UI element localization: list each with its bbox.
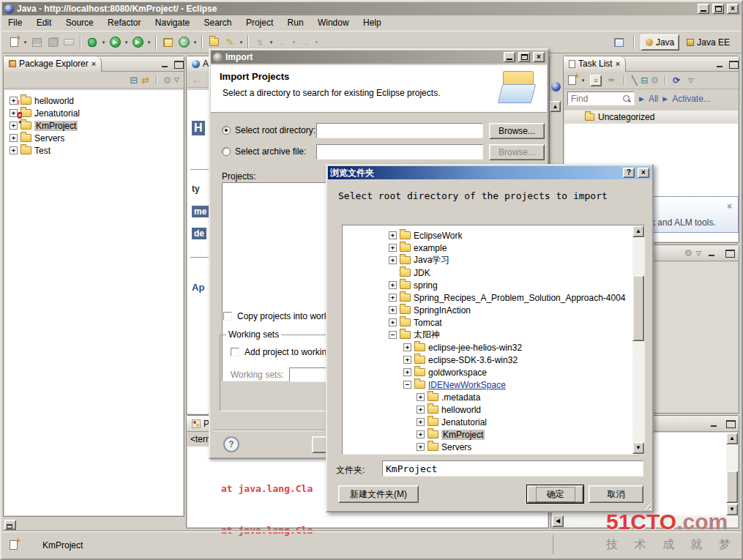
copy-projects-checkbox[interactable] [223,312,232,321]
package-explorer-tab[interactable]: Package Explorer × [4,56,102,72]
back-icon[interactable]: ← [275,34,291,50]
select-root-directory-radio[interactable] [222,126,231,135]
open-type-icon[interactable] [206,34,222,50]
scrollbar-thumb[interactable] [726,471,738,503]
activate-link[interactable]: Activate... [672,94,711,104]
maximize-button[interactable] [712,4,724,14]
folder-item-tomcat[interactable]: +Tomcat [343,316,644,329]
root-directory-input[interactable] [316,123,483,138]
new-wizard-icon[interactable] [6,34,22,50]
menu-navigate[interactable]: Navigate [149,16,195,29]
save-all-icon[interactable] [45,34,61,50]
close-button[interactable]: × [727,4,739,14]
forward-dropdown-icon[interactable]: ▾ [313,40,320,45]
tree-item-jenatutorial[interactable]: + × Jenatutorial [10,107,183,119]
menu-window[interactable]: Window [312,16,355,29]
folder-item-jenatutorial[interactable]: +Jenatutorial [343,416,644,428]
cancel-button[interactable]: 取消 [589,485,643,503]
folder-item-taiyangshen[interactable]: −太阳神 [343,329,644,341]
tree-item-kmproject[interactable]: + ● KmProject [10,119,183,132]
folder-item-springinaction[interactable]: +SpringInAction [343,304,644,316]
focus-icon[interactable]: ╲ [632,75,637,86]
categorized-view-icon[interactable]: ≡ [590,75,602,86]
view-filter-icon[interactable] [164,77,171,83]
archive-file-input[interactable] [316,144,483,160]
resize-grip[interactable] [642,501,651,509]
folder-item-kmproject-selected[interactable]: +KmProject [343,428,644,441]
folder-name-input[interactable] [382,460,643,477]
search-dropdown-icon[interactable]: ▾ [238,40,244,45]
collapse-all-icon[interactable]: ⊟ [130,75,138,86]
scroll-up-icon[interactable]: ▲ [550,101,561,112]
link-editor-icon[interactable]: ⇄ [141,75,149,86]
select-archive-file-radio[interactable] [222,147,231,156]
minimize-button[interactable] [698,4,709,14]
all-link[interactable]: All [649,94,658,104]
outline-maximize-icon[interactable] [725,250,735,258]
folder-item-idenewworkspace[interactable]: −IDENewWorkSpace [343,378,644,391]
folder-item-eclipse-sdk[interactable]: +eclipse-SDK-3.6-win32 [343,354,644,366]
folder-item-eclipse-jee[interactable]: +eclipse-jee-helios-win32 [343,341,644,354]
task-list-tab[interactable]: Task List × [564,56,626,72]
minimize-view-icon[interactable] [162,60,171,68]
console-maximize-icon[interactable] [726,420,736,428]
run-dropdown-icon[interactable]: ▾ [123,40,130,45]
new-java-project-icon[interactable] [160,34,176,50]
last-edit-icon[interactable]: ↯ [252,34,268,50]
menu-project[interactable]: Project [240,16,279,29]
annotation-dropdown-icon[interactable]: ▾ [268,40,275,45]
new-class-dropdown-icon[interactable]: ▾ [192,40,198,45]
new-class-icon[interactable]: C [176,34,192,50]
folder-item-helloworld[interactable]: +helloworld [343,403,644,416]
browse-help-button[interactable]: ? [623,168,635,178]
external-dropdown-icon[interactable]: ▾ [146,40,152,45]
back-dropdown-icon[interactable]: ▾ [291,40,297,45]
run-icon[interactable]: ▶ [107,34,123,50]
folder-tree-scrollbar[interactable]: ▲ ▼ [632,225,644,454]
task-list-maximize-icon[interactable] [729,61,739,69]
synchronize-icon[interactable]: ⟳ [673,75,680,86]
folder-item-jdk[interactable]: JDK [343,266,644,279]
view-menu-icon[interactable]: ▽ [174,76,179,83]
tree-item-helloworld[interactable]: + ! helloworld [10,94,183,107]
folder-item-goldworkspace[interactable]: +goldworkspace [343,366,644,378]
scroll-up-icon[interactable]: ▲ [726,433,738,444]
scroll-left-icon[interactable]: ◀ [552,515,564,527]
import-minimize-button[interactable] [504,52,515,62]
maximize-view-icon[interactable] [174,61,184,69]
help-button[interactable]: ? [223,436,239,452]
scheduled-view-icon[interactable]: ≔ [605,75,617,86]
menu-run[interactable]: Run [282,16,310,29]
folder-item-servers[interactable]: +Servers [343,441,644,453]
scroll-up-icon[interactable]: ▲ [632,225,644,237]
add-to-working-sets-checkbox[interactable] [231,348,239,356]
menu-file[interactable]: File [2,16,28,29]
package-explorer-close-icon[interactable]: × [92,59,96,68]
scroll-down-icon[interactable]: ▼ [632,442,644,454]
popup-close-icon[interactable]: × [727,201,732,212]
task-list-close-icon[interactable]: × [616,59,620,68]
debug-dropdown-icon[interactable]: ▾ [100,40,107,45]
tl-filter-icon[interactable] [651,77,658,83]
debug-icon[interactable] [84,34,100,50]
perspective-java-button[interactable]: Java [641,34,679,51]
folder-item-javaxuexi[interactable]: +Java学习 [343,254,644,266]
tree-item-test[interactable]: + Test [10,144,183,157]
menu-help[interactable]: Help [357,16,387,29]
ok-button[interactable]: 确定 [527,485,583,503]
menu-source[interactable]: Source [60,16,100,29]
outline-filter-icon[interactable] [685,250,692,256]
new-folder-button[interactable]: 新建文件夹(M) [338,485,419,503]
find-input[interactable] [571,94,622,104]
save-icon[interactable] [29,34,45,50]
new-dropdown-icon[interactable]: ▾ [22,40,29,45]
forward-icon[interactable]: → [297,34,313,50]
restore-panel-button[interactable] [4,520,16,530]
folder-item-metadata[interactable]: +.metadata [343,391,644,403]
folder-item-eclipsework[interactable]: +EclipseWork [343,229,644,242]
run-external-icon[interactable]: ▶ [130,34,146,50]
folder-item-example[interactable]: +example [343,242,644,254]
browser-back-icon[interactable]: ← [191,73,202,86]
folder-item-spring[interactable]: +spring [343,279,644,291]
tl-collapse-all-icon[interactable]: ⊟ [641,75,648,86]
